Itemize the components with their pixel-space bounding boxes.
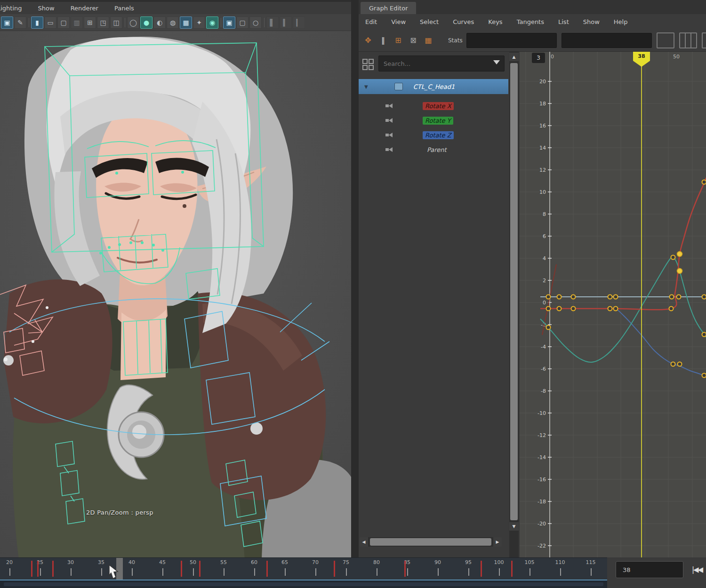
timeline-frame-label: 40 xyxy=(128,559,135,565)
graph-menu-help[interactable]: Help xyxy=(614,18,628,25)
keyframe-dot[interactable] xyxy=(702,373,706,378)
graph-menu-tangents[interactable]: Tangents xyxy=(517,18,544,25)
gate-mask-icon[interactable]: ▥ xyxy=(71,16,83,29)
expander-icon[interactable]: ▼ xyxy=(364,84,368,89)
graph-menu-keys[interactable]: Keys xyxy=(488,18,502,25)
keyframe-dot[interactable] xyxy=(669,307,674,311)
selected-keyframe-dot[interactable] xyxy=(677,269,682,274)
outliner-vscroll-track[interactable]: ▲ ▼ xyxy=(509,52,519,557)
stats-value-field[interactable] xyxy=(562,33,652,48)
selected-node-row[interactable]: ▼ CTL_C_Head1 xyxy=(359,79,508,94)
timeline-keyframe-tick xyxy=(199,561,201,577)
panel-divider[interactable] xyxy=(351,0,359,557)
search-dropdown-icon[interactable] xyxy=(493,60,500,64)
keyframe-dot[interactable] xyxy=(671,255,675,260)
keyframe-dot[interactable] xyxy=(571,295,576,299)
keyframe-dot[interactable] xyxy=(702,295,706,299)
hscroll-thumb[interactable] xyxy=(370,538,491,546)
keyframe-dot[interactable] xyxy=(678,362,682,366)
vscroll-thumb[interactable] xyxy=(510,63,518,520)
graph-menu-edit[interactable]: Edit xyxy=(365,18,377,25)
graph-menu-curves[interactable]: Curves xyxy=(453,18,474,25)
field-chart-icon[interactable]: ⊞ xyxy=(84,16,96,29)
channel-row-rotate-y[interactable]: Rotate Y xyxy=(359,113,508,127)
value-axis-label: 8 xyxy=(543,211,546,217)
region-keys-icon[interactable]: ▦ xyxy=(422,34,435,47)
keyframe-dot[interactable] xyxy=(702,333,706,337)
graph-editor-tab[interactable]: Graph Editor xyxy=(361,2,416,14)
viewport-menu-show[interactable]: Show xyxy=(38,5,55,12)
anti-alias-icon[interactable]: ○ xyxy=(249,16,262,29)
screen-ao-icon[interactable]: ▣ xyxy=(223,16,235,29)
selected-keyframe-dot[interactable] xyxy=(677,252,682,257)
shaded-icon[interactable]: ● xyxy=(140,16,152,29)
lighting-toggle-icon[interactable]: ✦ xyxy=(193,16,205,29)
keyframe-dot[interactable] xyxy=(702,180,706,184)
go-to-start-button[interactable]: |◀◀ xyxy=(688,562,706,577)
move-nearest-picked-key-icon[interactable]: ✥ xyxy=(361,34,375,47)
insert-keys-icon[interactable]: ‖ xyxy=(377,34,390,47)
resolution-gate-icon[interactable]: ◳ xyxy=(97,16,109,29)
hscroll-left-arrow-icon[interactable]: ◀ xyxy=(360,537,368,547)
keyframe-dot[interactable] xyxy=(571,307,576,311)
search-input[interactable] xyxy=(378,56,505,72)
shadows-icon[interactable]: ◉ xyxy=(206,16,218,29)
current-frame-field[interactable] xyxy=(616,561,683,578)
keyframe-dot[interactable] xyxy=(608,295,612,299)
select-camera-icon[interactable]: ▣ xyxy=(1,16,13,29)
keyframe-dot[interactable] xyxy=(614,295,618,299)
channel-row-rotate-x[interactable]: Rotate X xyxy=(359,99,508,113)
keyframe-dot[interactable] xyxy=(557,307,562,311)
viewport-menu-panels[interactable]: Panels xyxy=(114,5,134,12)
timeline-tick xyxy=(254,568,255,576)
keyframe-dot[interactable] xyxy=(546,326,551,330)
bookmark-icon[interactable]: ▭ xyxy=(44,16,56,29)
vscroll-down-arrow-icon[interactable]: ▼ xyxy=(509,522,519,531)
isolate-select-icon[interactable]: ▌ xyxy=(266,16,279,29)
graph-menu-view[interactable]: View xyxy=(391,18,406,25)
keyframe-dot[interactable] xyxy=(677,295,681,299)
viewport-menu-lighting[interactable]: Lighting xyxy=(0,5,22,12)
keyframe-dot[interactable] xyxy=(614,307,618,311)
time-slider[interactable]: 2025303540455055606570758085909510010511… xyxy=(0,557,607,580)
value-axis-label: -14 xyxy=(538,454,546,461)
wireframe-icon[interactable]: ◯ xyxy=(127,16,139,29)
default-material-icon[interactable]: ◍ xyxy=(167,16,179,29)
viewport-canvas[interactable] xyxy=(0,31,351,559)
add-keys-icon[interactable]: ⊞ xyxy=(392,34,405,47)
safe-title-icon[interactable]: ◫ xyxy=(110,16,122,29)
keyframe-dot[interactable] xyxy=(671,362,675,366)
image-plane-icon[interactable]: ▢ xyxy=(57,16,70,29)
curve-graph-area[interactable]: 20181614121086420-2-4-6-8-10-12-14-16-18… xyxy=(520,52,706,557)
plugin-shapes-icon[interactable]: ▎ xyxy=(293,16,305,29)
curve-graph-svg[interactable]: 20181614121086420-2-4-6-8-10-12-14-16-18… xyxy=(520,52,706,557)
graph-menu-list[interactable]: List xyxy=(558,18,569,25)
two-pane-layout-icon[interactable] xyxy=(702,32,706,48)
viewport-menu-renderer[interactable]: Renderer xyxy=(71,5,98,12)
vscroll-up-arrow-icon[interactable]: ▲ xyxy=(509,53,519,61)
channel-row-rotate-z[interactable]: Rotate Z xyxy=(359,128,508,142)
textured-icon[interactable]: ▦ xyxy=(180,16,192,29)
graph-menu-select[interactable]: Select xyxy=(420,18,439,25)
single-pane-layout-icon[interactable] xyxy=(657,32,674,48)
camera-attributes-icon[interactable]: ▮ xyxy=(31,16,43,29)
keyframe-dot[interactable] xyxy=(546,307,551,311)
three-pane-layout-icon[interactable] xyxy=(679,32,697,48)
lattice-deform-keys-icon[interactable]: ⊠ xyxy=(407,34,420,47)
rotate-x-curve[interactable] xyxy=(540,178,706,310)
graph-menu-show[interactable]: Show xyxy=(583,18,600,25)
filter-icon[interactable] xyxy=(361,57,375,71)
channel-row-parent[interactable]: Parent xyxy=(359,143,508,157)
hscroll-right-arrow-icon[interactable]: ▶ xyxy=(493,537,502,547)
xray-icon[interactable]: ▍ xyxy=(280,16,292,29)
keyframe-dot[interactable] xyxy=(557,295,562,299)
stats-time-field[interactable] xyxy=(466,33,557,48)
motion-blur-icon[interactable]: ▢ xyxy=(236,16,249,29)
outliner-hscroll-track[interactable]: ◀ ▶ xyxy=(360,537,502,547)
range-slider-bar[interactable] xyxy=(4,582,603,586)
lasso-tool-icon[interactable]: ✎ xyxy=(14,16,26,29)
keyframe-dot[interactable] xyxy=(670,295,674,299)
shaded-textured-icon[interactable]: ◐ xyxy=(153,16,166,29)
keyframe-dot[interactable] xyxy=(608,307,612,311)
keyframe-dot[interactable] xyxy=(546,295,551,299)
